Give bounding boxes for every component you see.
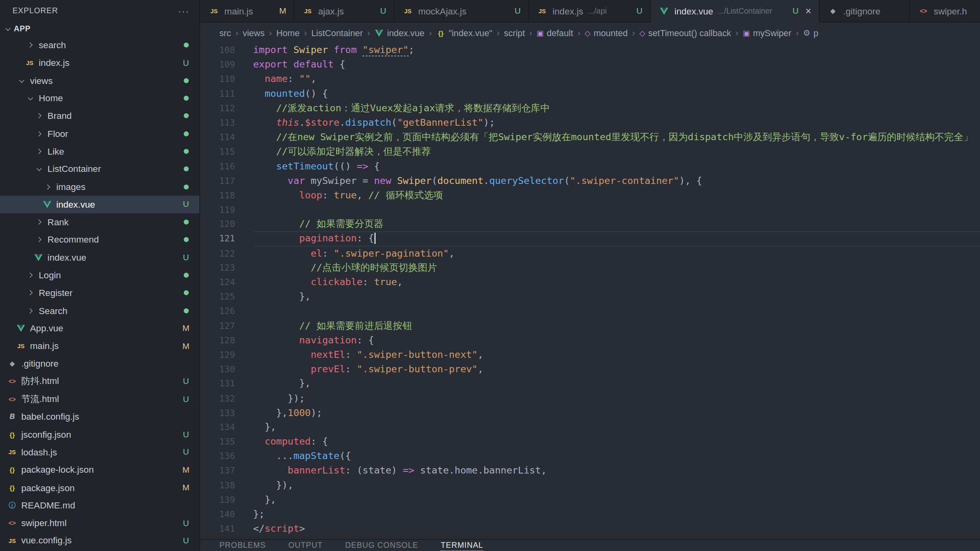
breadcrumb-item-myswiper[interactable]: ▣mySwiper xyxy=(743,28,791,38)
line-number: 122 xyxy=(201,246,253,261)
line-number: 140 xyxy=(201,507,253,522)
tab-main.js[interactable]: JSmain.jsM xyxy=(201,0,295,22)
chevron-down-icon xyxy=(36,166,41,171)
code-text[interactable]: },1000); xyxy=(253,406,980,420)
tree-folder-recommend[interactable]: Recommend xyxy=(0,231,199,249)
line-number: 134 xyxy=(201,420,253,435)
breadcrumb-item-index.vue[interactable]: index.vue xyxy=(374,28,424,38)
code-text[interactable]: }), xyxy=(253,478,980,493)
panel-tab-output[interactable]: OUTPUT xyxy=(288,539,323,551)
code-text[interactable]: loop: true, // 循环模式选项 xyxy=(253,188,980,203)
html-file-icon: <> xyxy=(6,378,18,385)
git-status-badge: U xyxy=(181,447,191,457)
code-line-113: 113 this.$store.dispatch("getBannerList"… xyxy=(201,116,980,130)
tree-file-package.json[interactable]: {}package.jsonM xyxy=(0,479,199,496)
code-text[interactable]: //在new Swiper实例之前，页面中结构必须有「把Swiper实例放在mo… xyxy=(253,130,980,145)
code-text[interactable] xyxy=(253,203,980,217)
code-text[interactable]: }, xyxy=(253,420,980,435)
panel-tab-debug-console[interactable]: DEBUG CONSOLE xyxy=(345,539,419,551)
tree-folder-floor[interactable]: Floor xyxy=(0,125,199,143)
tree-folder-like[interactable]: Like xyxy=(0,143,199,160)
panel-tab-terminal[interactable]: TERMINAL xyxy=(440,539,484,551)
tree-file-index.vue[interactable]: index.vueU xyxy=(0,196,199,213)
breadcrumb-item-views[interactable]: views xyxy=(243,28,265,38)
tree-file-package-lock.json[interactable]: {}package-lock.jsonM xyxy=(0,461,199,479)
tree-folder-rank[interactable]: Rank xyxy=(0,213,199,231)
code-text[interactable]: }; xyxy=(253,507,980,522)
tab-swiper.h[interactable]: <>swiper.h xyxy=(910,0,980,22)
tab-mockajax.js[interactable]: JSmockAjax.jsU xyxy=(394,0,529,22)
tree-file-jsconfig.json[interactable]: {}jsconfig.jsonU xyxy=(0,426,199,443)
tree-file-index.vue[interactable]: index.vueU xyxy=(0,249,199,266)
code-text[interactable]: //可以添加定时器解决，但是不推荐 xyxy=(253,145,980,159)
tree-file-babel.config.js[interactable]: Bbabel.config.js xyxy=(0,408,199,426)
code-text[interactable]: pagination: { xyxy=(253,232,980,246)
tree-folder-register[interactable]: Register xyxy=(0,284,199,302)
panel-tab-problems[interactable]: PROBLEMS xyxy=(219,539,266,551)
code-text[interactable]: var mySwiper = new Swiper(document.query… xyxy=(253,173,980,188)
code-text[interactable]: ...mapState({ xyxy=(253,449,980,464)
tree-folder-brand[interactable]: Brand xyxy=(0,107,199,125)
code-text[interactable]: }, xyxy=(253,493,980,507)
tree-folder-search[interactable]: Search xyxy=(0,302,199,319)
tree-file-lodash.js[interactable]: JSlodash.jsU xyxy=(0,443,199,461)
code-text[interactable]: nextEl: ".swiper-button-next", xyxy=(253,348,980,362)
code-text[interactable]: }, xyxy=(253,290,980,304)
tab-ajax.js[interactable]: JSajax.jsU xyxy=(295,0,394,22)
code-text[interactable]: }); xyxy=(253,391,980,406)
code-text[interactable]: // 如果需要分页器 xyxy=(253,217,980,232)
tree-folder-search[interactable]: search xyxy=(0,36,199,54)
code-text[interactable]: }, xyxy=(253,377,980,391)
tree-file-节流.html[interactable]: <>节流.htmlU xyxy=(0,390,199,408)
code-text[interactable]: export default { xyxy=(253,58,980,72)
code-text[interactable]: prevEl: ".swiper-button-prev", xyxy=(253,362,980,377)
breadcrumb-item-src[interactable]: src xyxy=(220,28,231,38)
tab-index.js[interactable]: JSindex.js.../apiU xyxy=(529,0,651,22)
chevron-right-icon xyxy=(36,113,41,118)
code-text[interactable]: name: "", xyxy=(253,72,980,87)
code-text[interactable]: </script> xyxy=(253,522,980,536)
code-text[interactable]: mounted() { xyxy=(253,87,980,101)
code-text[interactable]: clickable: true, xyxy=(253,275,980,290)
tree-file-main.js[interactable]: JSmain.jsM xyxy=(0,337,199,355)
breadcrumb-item-settimeout-callback[interactable]: ◇setTimeout() callback xyxy=(639,28,731,38)
close-icon[interactable]: × xyxy=(805,5,811,16)
tree-file-swiper.html[interactable]: <>swiper.htmlU xyxy=(0,514,199,532)
tree-folder-listcontainer[interactable]: ListContainer xyxy=(0,160,199,178)
code-text[interactable]: computed: { xyxy=(253,435,980,449)
tree-file-防抖.html[interactable]: <>防抖.htmlU xyxy=(0,373,199,390)
tree-folder-images[interactable]: images xyxy=(0,178,199,196)
tree-file-.gitignore[interactable]: ◆.gitignore xyxy=(0,355,199,373)
file-label: index.js xyxy=(39,58,70,68)
code-text[interactable]: bannerList: (state) => state.home.banner… xyxy=(253,464,980,478)
section-header-app[interactable]: APP xyxy=(0,21,199,36)
tree-file-index.js[interactable]: JSindex.jsU xyxy=(0,54,199,71)
tab-.gitignore[interactable]: ◆.gitignore xyxy=(819,0,910,22)
tree-file-readme.md[interactable]: iREADME.md xyxy=(0,496,199,514)
tree-folder-login[interactable]: Login xyxy=(0,266,199,284)
breadcrumb-item-default[interactable]: ▣default xyxy=(537,28,573,38)
breadcrumb-item-mounted[interactable]: ◇mounted xyxy=(585,28,628,38)
breadcrumb-item-home[interactable]: Home xyxy=(276,28,299,38)
code-text[interactable]: //点击小球的时候页切换图片 xyxy=(253,261,980,275)
code-text[interactable]: import Swiper from "swiper"; xyxy=(253,43,980,57)
breadcrumb-item-listcontainer[interactable]: ListContainer xyxy=(311,28,363,38)
breadcrumb-item--index.vue-[interactable]: {}"index.vue" xyxy=(436,28,492,38)
breadcrumb-item-p[interactable]: ⚙p xyxy=(803,28,818,38)
code-line-137: 137 bannerList: (state) => state.home.ba… xyxy=(201,464,980,478)
breadcrumb-item-script[interactable]: script xyxy=(504,28,525,38)
chevron-right-icon xyxy=(36,131,41,136)
more-actions-icon[interactable]: ··· xyxy=(178,5,189,16)
tree-file-vue.config.js[interactable]: JSvue.config.jsU xyxy=(0,532,199,549)
code-text[interactable] xyxy=(253,304,980,318)
code-text[interactable]: this.$store.dispatch("getBannerList"); xyxy=(253,116,980,130)
code-text[interactable]: navigation: { xyxy=(253,333,980,348)
tree-folder-home[interactable]: Home xyxy=(0,90,199,107)
code-text[interactable]: el: ".swiper-pagination", xyxy=(253,246,980,261)
tree-file-app.vue[interactable]: App.vueM xyxy=(0,319,199,337)
tree-folder-views[interactable]: views xyxy=(0,71,199,89)
code-text[interactable]: setTimeout(() => { xyxy=(253,159,980,173)
tab-index.vue[interactable]: index.vue.../ListContainerU× xyxy=(651,0,819,22)
code-text[interactable]: //派发action：通过Vuex发起ajax请求，将数据存储到仓库中 xyxy=(253,101,980,116)
code-text[interactable]: // 如果需要前进后退按钮 xyxy=(253,319,980,333)
